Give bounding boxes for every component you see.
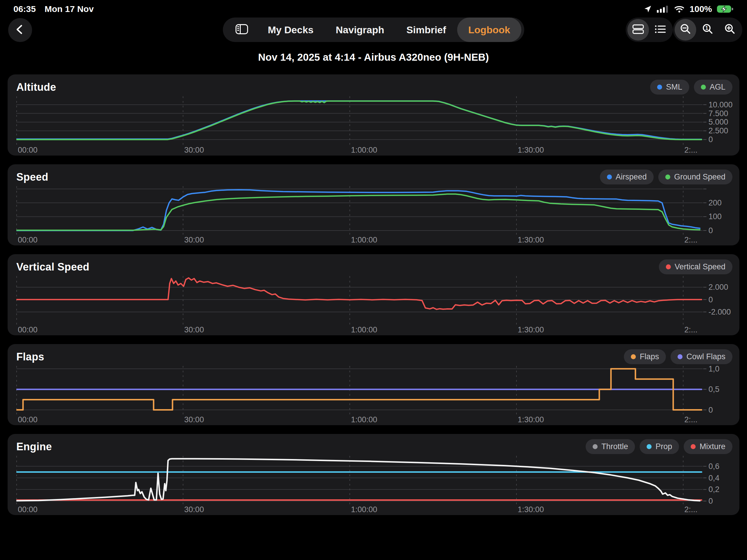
series-ground-speed (16, 194, 700, 230)
zoom-in-button[interactable] (719, 19, 741, 41)
zoom-controls: 1 (673, 18, 742, 42)
y-tick-label: 5.000 (709, 117, 728, 127)
y-tick-label: 0,4 (709, 473, 720, 483)
panel-vertical-speed: Vertical Speed Vertical Speed 2.0000-2.0… (7, 254, 740, 335)
x-tick-label: 30:00 (184, 505, 204, 514)
panel-speed: Speed AirspeedGround Speed 200100000:003… (7, 164, 740, 246)
engine-plot (16, 456, 733, 513)
legend-mixture[interactable]: Mixture (684, 439, 732, 454)
legend-dot (701, 85, 706, 90)
y-tick-label: 0 (709, 405, 713, 415)
y-tick-label: 0,6 (709, 462, 720, 471)
view-mode-switcher (626, 18, 673, 42)
x-tick-label: 1:00:00 (351, 325, 377, 334)
legend-flaps[interactable]: Flaps (624, 349, 666, 364)
x-tick-label: 00:00 (18, 325, 37, 334)
legend-cowl-flaps[interactable]: Cowl Flaps (671, 349, 732, 364)
sidebar-toggle-button[interactable] (227, 23, 257, 36)
wifi-icon (674, 5, 685, 13)
tab-simbrief[interactable]: Simbrief (395, 18, 457, 42)
series-throttle (16, 459, 700, 501)
y-tick-label: 2.000 (709, 282, 728, 292)
x-tick-label: 2:... (684, 415, 697, 424)
x-tick-label: 1:00:00 (351, 146, 377, 155)
x-tick-label: 2:... (684, 325, 697, 334)
tab-my-decks[interactable]: My Decks (257, 18, 325, 42)
sidebar-icon (235, 23, 249, 36)
x-tick-label: 1:00:00 (351, 235, 377, 245)
x-tick-label: 1:00:00 (351, 415, 377, 424)
speed-plot (16, 186, 733, 244)
list-view-button[interactable] (649, 19, 671, 41)
x-tick-label: 00:00 (18, 505, 37, 514)
y-tick-label: 7.500 (709, 109, 728, 118)
charts-container: Altitude SMLAGL 10.0007.5005.0002.500000… (7, 74, 740, 515)
flaps-chart[interactable]: 1,00,5000:0030:001:00:001:30:002:... (16, 366, 733, 425)
magnifier-plus-icon (723, 23, 737, 37)
legend-dot (607, 175, 612, 179)
legend-agl[interactable]: AGL (694, 80, 732, 95)
legend-label: Mixture (699, 442, 725, 451)
legend-sml[interactable]: SML (650, 80, 689, 95)
x-tick-label: 30:00 (184, 235, 204, 245)
panel-title: Vertical Speed (16, 261, 89, 273)
x-tick-label: 1:30:00 (518, 505, 544, 514)
x-tick-label: 00:00 (18, 415, 37, 424)
series-vertical-speed (16, 278, 701, 309)
legend: FlapsCowl Flaps (624, 349, 732, 364)
speed-chart[interactable]: 200100000:0030:001:00:001:30:002:... (16, 186, 733, 245)
x-tick-label: 1:30:00 (518, 325, 544, 334)
x-tick-label: 30:00 (184, 146, 204, 155)
x-tick-label: 2:... (684, 505, 697, 514)
back-button[interactable] (8, 18, 32, 42)
engine-chart[interactable]: 0,60,40,2000:0030:001:00:001:30:002:... (16, 456, 733, 514)
panel-engine: Engine ThrottlePropMixture 0,60,40,2000:… (7, 434, 740, 515)
y-tick-label: 2.500 (709, 126, 728, 135)
altitude-chart[interactable]: 10.0007.5005.0002.500000:0030:001:00:001… (16, 96, 733, 155)
panel-title: Engine (16, 441, 52, 453)
legend-label: Ground Speed (674, 173, 725, 181)
legend: Vertical Speed (659, 259, 732, 274)
vertical-speed-chart[interactable]: 2.0000-2.00000:0030:001:00:001:30:002:..… (16, 276, 733, 335)
cellular-icon (657, 5, 669, 13)
stacked-rows-icon (632, 23, 645, 36)
flaps-plot (16, 366, 733, 424)
tab-logbook[interactable]: Logbook (457, 18, 521, 42)
actual-size-button[interactable]: 1 (697, 19, 718, 41)
x-tick-label: 1:00:00 (351, 505, 377, 514)
legend-label: Flaps (640, 352, 659, 361)
legend-airspeed[interactable]: Airspeed (600, 170, 654, 184)
legend-dot (593, 444, 598, 449)
x-tick-label: 1:30:00 (518, 146, 544, 155)
legend-vertical-speed[interactable]: Vertical Speed (659, 259, 732, 274)
tab-navigraph[interactable]: Navigraph (325, 18, 395, 42)
legend: ThrottlePropMixture (586, 439, 732, 454)
flight-title: Nov 14, 2025 at 4:14 - Airbus A320neo (9… (0, 51, 747, 63)
y-tick-label: 0 (709, 135, 713, 144)
legend-dot (666, 264, 671, 269)
panel-flaps: Flaps FlapsCowl Flaps 1,00,5000:0030:001… (7, 344, 740, 425)
status-bar: 06:35 Mon 17 Nov 100% (0, 2, 747, 16)
stacked-view-button[interactable] (627, 19, 649, 41)
svg-text:1: 1 (705, 25, 708, 31)
legend-dot (691, 444, 696, 449)
y-tick-label: 100 (709, 212, 722, 221)
zoom-out-button[interactable] (675, 19, 696, 41)
legend-ground-speed[interactable]: Ground Speed (658, 170, 732, 184)
legend-label: SML (666, 83, 682, 92)
list-icon (654, 23, 667, 36)
legend-label: Prop (655, 442, 672, 451)
x-tick-label: 30:00 (184, 415, 204, 424)
x-tick-label: 00:00 (18, 235, 37, 245)
panel-title: Flaps (16, 351, 44, 363)
series-sml (16, 101, 701, 139)
y-tick-label: -2.000 (709, 307, 731, 316)
altitude-plot (16, 96, 733, 154)
y-tick-label: 0,5 (709, 385, 720, 394)
x-tick-label: 2:... (684, 146, 697, 155)
chevron-left-icon (14, 23, 27, 37)
legend-prop[interactable]: Prop (640, 439, 679, 454)
legend-throttle[interactable]: Throttle (586, 439, 635, 454)
x-tick-label: 1:30:00 (518, 415, 544, 424)
battery-percent: 100% (690, 4, 712, 14)
